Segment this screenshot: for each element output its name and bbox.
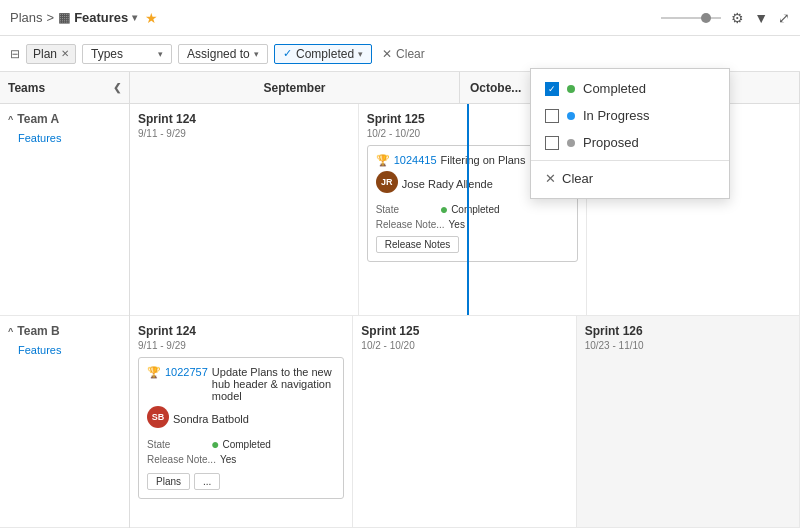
team-b-sprint124-label: Sprint 124 — [138, 324, 344, 338]
card1-avatar-name: Jose Rady Allende — [402, 178, 493, 190]
team-b-sprint126-dates: 10/23 - 11/10 — [585, 340, 791, 351]
team-b-sprint124-col: Sprint 124 9/11 - 9/29 🏆 1022757 Update … — [130, 316, 353, 527]
card2-state-text: Completed — [222, 439, 270, 450]
features-breadcrumb: ▦ Features ▾ — [58, 10, 137, 25]
team-a-label: ^ Team A — [0, 104, 129, 130]
clear-x-icon: ✕ — [382, 47, 392, 61]
zoom-slider[interactable] — [661, 17, 721, 19]
types-filter-dropdown[interactable]: Types ▾ — [82, 44, 172, 64]
team-a-sprint124-col: Sprint 124 9/11 - 9/29 — [130, 104, 359, 315]
plan-filter-close[interactable]: ✕ — [61, 48, 69, 59]
completed-filter-dropdown[interactable]: ✓ Completed ▾ — [274, 44, 372, 64]
teams-header-label: Teams — [8, 81, 45, 95]
completed-checkbox[interactable] — [545, 82, 559, 96]
teams-column-header: Teams ❮ — [0, 72, 130, 103]
filter-bar: ⊟ Plan ✕ Types ▾ Assigned to ▾ ✓ Complet… — [0, 36, 800, 72]
completed-option[interactable]: Completed — [531, 75, 729, 102]
team-b-label: ^ Team B — [0, 316, 129, 342]
card2-trophy-icon: 🏆 — [147, 366, 161, 379]
team-b-arrow[interactable]: ^ — [8, 326, 13, 336]
teams-col: ^ Team A Features ^ Team B Features — [0, 104, 130, 528]
proposed-checkbox[interactable] — [545, 136, 559, 150]
october-label: Octobe... — [470, 81, 521, 95]
in-progress-option[interactable]: In Progress — [531, 102, 729, 129]
team-a-arrow[interactable]: ^ — [8, 114, 13, 124]
plan-filter-chip[interactable]: Plan ✕ — [26, 44, 76, 64]
team-b-sprint124-dates: 9/11 - 9/29 — [138, 340, 344, 351]
september-label: September — [263, 81, 325, 95]
in-progress-checkbox[interactable] — [545, 109, 559, 123]
in-progress-dot — [567, 112, 575, 120]
card2-avatar-name: Sondra Batbold — [173, 413, 249, 425]
completed-filter-label: Completed — [296, 47, 354, 61]
team-b-name: Team B — [17, 324, 59, 338]
card2-ellipsis-button[interactable]: ... — [194, 473, 220, 490]
card2-release-row: Release Note... Yes — [147, 454, 335, 465]
filter-settings-icon[interactable]: ▼ — [754, 10, 768, 26]
completed-option-label: Completed — [583, 81, 646, 96]
team-b-sprint125-label: Sprint 125 — [361, 324, 567, 338]
today-line — [467, 104, 469, 315]
card1-state-row: State ● Completed — [376, 201, 570, 217]
types-label: Types — [91, 47, 123, 61]
card1-release-value: Yes — [449, 219, 465, 230]
team-b-features-link[interactable]: Features — [0, 342, 129, 364]
expand-icon[interactable]: ⤢ — [778, 10, 790, 26]
card1-state-text: Completed — [451, 204, 499, 215]
card2-id[interactable]: 1022757 — [165, 366, 208, 378]
plans-link[interactable]: Plans — [10, 10, 43, 25]
team-b-row: ^ Team B Features — [0, 316, 129, 528]
card2-state-dot: ● — [211, 436, 219, 452]
proposed-option[interactable]: Proposed — [531, 129, 729, 156]
card1-state-value: ● Completed — [440, 201, 500, 217]
card2-title: Update Plans to the new hub header & nav… — [212, 366, 336, 402]
card2-release-value: Yes — [220, 454, 236, 465]
features-board-icon: ▦ — [58, 10, 70, 25]
card1-trophy-icon: 🏆 — [376, 154, 390, 167]
feature-card-2: 🏆 1022757 Update Plans to the new hub he… — [138, 357, 344, 499]
settings-icon[interactable]: ⚙ — [731, 10, 744, 26]
card2-state-value: ● Completed — [211, 436, 271, 452]
clear-label: Clear — [396, 47, 425, 61]
team-b-sprint126-label: Sprint 126 — [585, 324, 791, 338]
team-b-sprints-row: Sprint 124 9/11 - 9/29 🏆 1022757 Update … — [130, 316, 800, 528]
team-a-name: Team A — [17, 112, 59, 126]
september-column-header: September — [130, 72, 460, 103]
card1-state-dot: ● — [440, 201, 448, 217]
assigned-to-arrow-icon: ▾ — [254, 49, 259, 59]
card2-state-row: State ● Completed — [147, 436, 335, 452]
card1-id[interactable]: 1024415 — [394, 154, 437, 166]
favorites-star[interactable]: ★ — [145, 10, 158, 26]
types-arrow-icon: ▾ — [158, 49, 163, 59]
card2-release-label: Release Note... — [147, 454, 216, 465]
card2-avatar: SB — [147, 406, 169, 428]
card1-release-notes-button[interactable]: Release Notes — [376, 236, 460, 253]
team-a-sprint124-label: Sprint 124 — [138, 112, 350, 126]
team-a-row: ^ Team A Features — [0, 104, 129, 316]
assigned-to-label: Assigned to — [187, 47, 250, 61]
teams-collapse-arrow[interactable]: ❮ — [113, 82, 121, 93]
team-b-sprint125-col: Sprint 125 10/2 - 10/20 — [353, 316, 576, 527]
card1-release-label: Release Note... — [376, 219, 445, 230]
top-bar: Plans > ▦ Features ▾ ★ ⚙ ▼ ⤢ — [0, 0, 800, 36]
assigned-to-filter-dropdown[interactable]: Assigned to ▾ — [178, 44, 268, 64]
card2-title-row: 🏆 1022757 Update Plans to the new hub he… — [147, 366, 335, 402]
breadcrumb-sep: > — [47, 10, 55, 25]
dropdown-clear-button[interactable]: ✕ Clear — [531, 165, 729, 192]
card1-state-label: State — [376, 204, 436, 215]
team-a-sprint124-dates: 9/11 - 9/29 — [138, 128, 350, 139]
features-label-text[interactable]: Features — [74, 10, 128, 25]
team-b-sprint126-col: Sprint 126 10/23 - 11/10 — [577, 316, 800, 527]
status-filter-dropdown-panel: Completed In Progress Proposed ✕ Clear — [530, 68, 730, 199]
team-b-sprint125-dates: 10/2 - 10/20 — [361, 340, 567, 351]
breadcrumb: Plans > ▦ Features ▾ ★ — [10, 10, 158, 26]
dropdown-clear-label: Clear — [562, 171, 593, 186]
team-a-features-link[interactable]: Features — [0, 130, 129, 152]
clear-filters-button[interactable]: ✕ Clear — [382, 47, 425, 61]
card2-plans-button[interactable]: Plans — [147, 473, 190, 490]
features-chevron[interactable]: ▾ — [132, 12, 137, 23]
card2-avatar-row: SB Sondra Batbold — [147, 406, 335, 432]
dropdown-clear-x: ✕ — [545, 171, 556, 186]
in-progress-option-label: In Progress — [583, 108, 649, 123]
plan-filter-label: Plan — [33, 47, 57, 61]
